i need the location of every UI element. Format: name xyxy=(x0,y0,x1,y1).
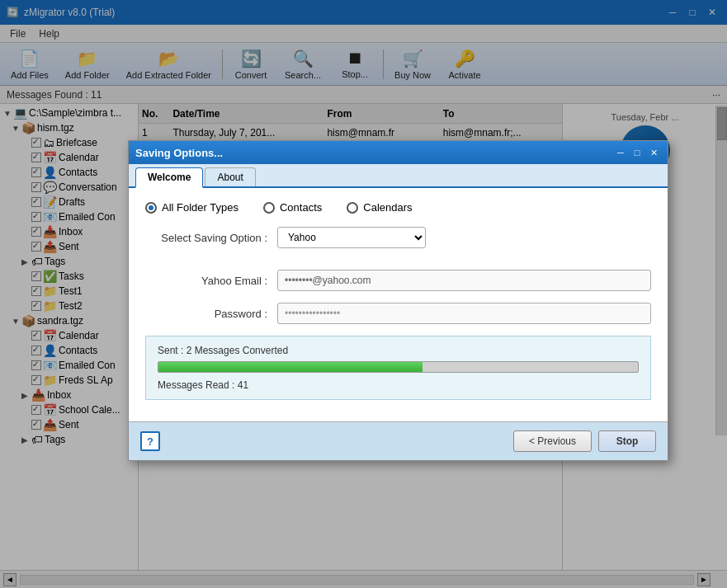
dialog-close-button[interactable]: ✕ xyxy=(646,145,661,160)
radio-all-folder-types[interactable]: All Folder Types xyxy=(145,201,238,214)
yahoo-email-input[interactable] xyxy=(277,270,651,291)
saving-options-dialog: Saving Options... ─ □ ✕ Welcome About Al… xyxy=(128,140,668,461)
progress-bar-fill xyxy=(158,362,423,372)
dialog-content: All Folder Types Contacts Calendars Sele… xyxy=(129,188,668,421)
radio-all-label: All Folder Types xyxy=(162,201,238,214)
dialog-tabs: Welcome About xyxy=(129,164,668,188)
help-button[interactable]: ? xyxy=(140,431,160,451)
yahoo-email-control xyxy=(277,270,651,291)
radio-calendars-circle xyxy=(347,202,358,214)
saving-option-select[interactable]: Yahoo Gmail Office 365 IMAP xyxy=(277,227,426,248)
stop-dialog-button[interactable]: Stop xyxy=(598,430,656,452)
footer-right: < Previous Stop xyxy=(513,430,656,452)
messages-read: Messages Read : 41 xyxy=(158,379,639,391)
radio-all-folder-types-circle xyxy=(145,202,157,214)
dialog-minimize-button[interactable]: ─ xyxy=(613,145,628,160)
radio-group-folder-types: All Folder Types Contacts Calendars xyxy=(145,201,651,214)
footer-left: ? xyxy=(140,431,160,451)
radio-contacts-circle xyxy=(263,202,275,214)
password-label: Password : xyxy=(145,308,277,320)
dialog-title-text: Saving Options... xyxy=(135,147,223,159)
dialog-title-controls: ─ □ ✕ xyxy=(613,145,661,160)
radio-calendars[interactable]: Calendars xyxy=(347,201,412,214)
yahoo-email-row: Yahoo Email : xyxy=(145,270,651,291)
saving-option-row: Select Saving Option : Yahoo Gmail Offic… xyxy=(145,227,651,248)
tab-welcome[interactable]: Welcome xyxy=(135,167,203,188)
dialog-footer: ? < Previous Stop xyxy=(129,421,668,460)
yahoo-email-label: Yahoo Email : xyxy=(145,275,277,287)
password-control xyxy=(277,303,651,324)
progress-status: Sent : 2 Messages Converted xyxy=(158,345,639,356)
saving-option-control: Yahoo Gmail Office 365 IMAP xyxy=(277,227,651,248)
previous-button[interactable]: < Previous xyxy=(513,430,592,452)
radio-calendars-label: Calendars xyxy=(363,201,412,214)
form-spacer xyxy=(145,260,651,270)
progress-area: Sent : 2 Messages Converted Messages Rea… xyxy=(145,336,651,400)
password-row: Password : xyxy=(145,303,651,324)
radio-contacts[interactable]: Contacts xyxy=(263,201,322,214)
dialog-maximize-button[interactable]: □ xyxy=(630,145,644,160)
progress-bar-container xyxy=(158,361,639,373)
saving-option-label: Select Saving Option : xyxy=(145,232,277,244)
radio-contacts-label: Contacts xyxy=(280,201,322,214)
tab-about[interactable]: About xyxy=(205,167,255,186)
password-input[interactable] xyxy=(277,303,651,324)
dialog-title-bar: Saving Options... ─ □ ✕ xyxy=(129,141,668,164)
